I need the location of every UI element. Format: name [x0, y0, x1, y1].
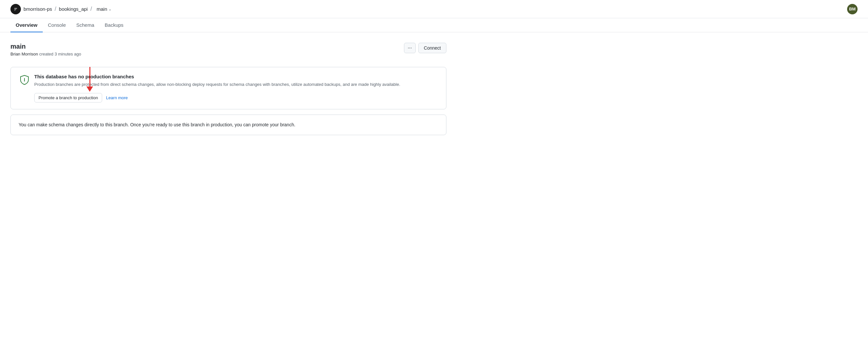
arrow-annotation: [87, 67, 93, 92]
branch-selector[interactable]: main ⌄: [95, 5, 114, 13]
branch-actions: ··· Connect: [404, 43, 446, 53]
navbar: bmorrison-ps / bookings_api / main ⌄ BM: [0, 0, 868, 18]
warning-actions: Promote a branch to production Learn mor…: [34, 93, 400, 102]
connect-button[interactable]: Connect: [418, 43, 446, 53]
branch-meta: Brian Morrison created 3 minutes ago: [10, 52, 81, 57]
avatar[interactable]: BM: [847, 4, 858, 14]
arrow-head: [87, 87, 93, 92]
warning-actions-wrapper: Promote a branch to production Learn mor…: [34, 93, 400, 102]
chevron-down-icon: ⌄: [108, 7, 112, 11]
branch-created-text: created: [39, 52, 55, 57]
warning-card: This database has no production branches…: [10, 67, 446, 109]
breadcrumb: bmorrison-ps / bookings_api / main ⌄: [24, 5, 114, 13]
branch-creator: Brian Morrison: [10, 52, 38, 57]
arrow-shaft: [89, 67, 90, 87]
main-content: main Brian Morrison created 3 minutes ag…: [0, 32, 457, 146]
promote-branch-button[interactable]: Promote a branch to production: [34, 93, 102, 102]
learn-more-link[interactable]: Learn more: [106, 95, 128, 100]
logo-icon[interactable]: [10, 4, 21, 14]
breadcrumb-org[interactable]: bmorrison-ps: [24, 6, 52, 12]
branch-header: main Brian Morrison created 3 minutes ag…: [10, 43, 446, 57]
branch-info: main Brian Morrison created 3 minutes ag…: [10, 43, 81, 57]
info-card-text: You can make schema changes directly to …: [19, 121, 438, 128]
branch-created-time: 3 minutes ago: [55, 52, 81, 57]
tab-console[interactable]: Console: [43, 18, 71, 32]
breadcrumb-sep-2: /: [90, 5, 92, 12]
info-card: You can make schema changes directly to …: [10, 115, 446, 135]
breadcrumb-sep-1: /: [55, 5, 57, 12]
shield-warning-icon: [19, 74, 30, 86]
navbar-left: bmorrison-ps / bookings_api / main ⌄: [10, 4, 114, 14]
warning-card-header: This database has no production branches…: [19, 74, 438, 102]
tab-backups[interactable]: Backups: [99, 18, 129, 32]
tab-schema[interactable]: Schema: [71, 18, 99, 32]
tabs-bar: Overview Console Schema Backups: [0, 18, 868, 32]
branch-name: main: [10, 43, 81, 50]
more-options-button[interactable]: ···: [404, 43, 416, 53]
branch-selector-label: main: [97, 6, 107, 12]
breadcrumb-db[interactable]: bookings_api: [59, 6, 88, 12]
tab-overview[interactable]: Overview: [10, 18, 43, 32]
warning-card-content: This database has no production branches…: [34, 74, 400, 102]
